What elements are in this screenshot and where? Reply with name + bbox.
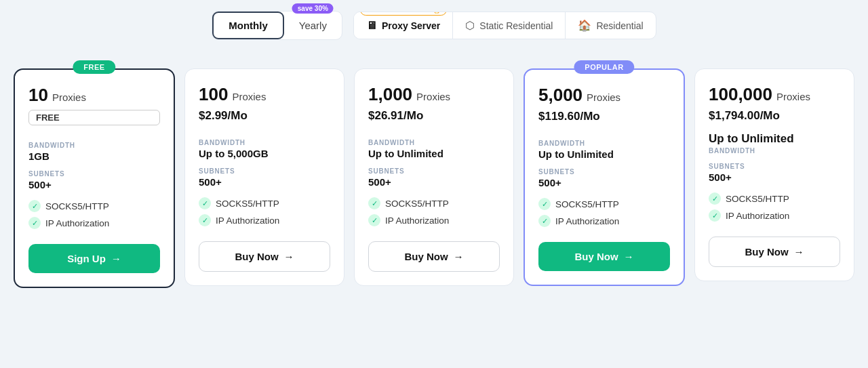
check-icon-ip-100000: ✓ (709, 209, 721, 222)
proxy-number: 10 (28, 85, 48, 106)
feature-ip-label-100: IP Authorization (216, 216, 279, 226)
bandwidth-value-100: Up to 5,000GB (199, 148, 330, 159)
feature-ip-label-1000: IP Authorization (385, 216, 449, 226)
subnets-value-1000: 500+ (368, 176, 500, 188)
proxy-label-100: Proxies (232, 91, 266, 102)
bandwidth-label-1000: BANDWIDTH (368, 139, 500, 146)
buynow-button-100000[interactable]: Buy Now → (709, 237, 840, 267)
bandwidth-sub-label: BANDWIDTH (709, 147, 840, 155)
bandwidth-label: BANDWIDTH (28, 142, 160, 149)
free-badge: FREE (73, 60, 115, 74)
proxy-count-row: 10 Proxies (28, 85, 160, 106)
bandwidth-label-5000: BANDWIDTH (538, 140, 670, 147)
feature-list: ✓ SOCKS5/HTTP ✓ IP Authorization (28, 200, 160, 229)
tab-bar: Monthly save 30% Yearly Best for SEO Pro… (212, 11, 656, 40)
card-100: 100 Proxies $2.99/Mo BANDWIDTH Up to 5,0… (184, 68, 344, 286)
feature-ip-label: IP Authorization (45, 218, 109, 228)
proxy-number-100000: 100,000 (709, 84, 772, 105)
check-icon-socks5: ✓ (28, 200, 41, 212)
buynow-arrow-5000: → (624, 251, 634, 262)
price-5000: $119.60/Mo (538, 110, 670, 123)
period-tab-group: Monthly save 30% Yearly (212, 11, 342, 40)
check-icon-socks5-5000: ✓ (538, 198, 551, 210)
save-badge: save 30% (292, 3, 334, 14)
proxy-count-row-100: 100 Proxies (199, 84, 330, 105)
buynow-arrow-100000: → (794, 246, 804, 258)
feature-list-1000: ✓ SOCKS5/HTTP ✓ IP Authorization (368, 197, 500, 226)
feature-socks5-label: SOCKS5/HTTP (45, 201, 109, 211)
price-free: FREE (28, 110, 160, 125)
buynow-button-5000[interactable]: Buy Now → (538, 242, 670, 271)
static-residential-label: Static Residential (479, 20, 553, 31)
tab-monthly[interactable]: Monthly (212, 12, 284, 39)
pricing-cards: FREE 10 Proxies FREE BANDWIDTH 1GB SUBNE… (14, 59, 854, 288)
subnets-value-100000: 500+ (709, 171, 840, 183)
proxy-count-row-1000: 1,000 Proxies (368, 84, 500, 105)
popular-badge: POPULAR (574, 60, 634, 74)
tab-static-residential[interactable]: ⬡ Static Residential (453, 12, 566, 39)
price-100: $2.99/Mo (199, 109, 330, 123)
feature-list-100: ✓ SOCKS5/HTTP ✓ IP Authorization (199, 197, 330, 226)
buynow-label-1000: Buy Now (404, 251, 448, 262)
subnets-value: 500+ (28, 179, 160, 190)
proxy-number-1000: 1,000 (368, 84, 412, 105)
feature-socks5-label-100000: SOCKS5/HTTP (726, 194, 789, 204)
feature-socks5-100000: ✓ SOCKS5/HTTP (709, 192, 840, 205)
check-icon-ip-1000: ✓ (368, 214, 380, 226)
card-5000: POPULAR 5,000 Proxies $119.60/Mo BANDWID… (524, 68, 685, 286)
residential-icon: 🏠 (578, 19, 591, 32)
signup-arrow: → (111, 253, 121, 264)
bandwidth-label-100: BANDWIDTH (199, 139, 330, 146)
feature-ip-5000: ✓ IP Authorization (538, 215, 670, 227)
buynow-arrow-1000: → (454, 251, 464, 262)
proxy-label: Proxies (52, 91, 86, 103)
feature-socks5-label-100: SOCKS5/HTTP (216, 199, 279, 209)
feature-socks5-label-1000: SOCKS5/HTTP (385, 199, 449, 209)
subnets-label-100000: SUBNETS (709, 163, 840, 170)
tab-residential[interactable]: 🏠 Residential (566, 12, 655, 39)
proxy-number-100: 100 (199, 84, 228, 105)
feature-ip-100: ✓ IP Authorization (199, 214, 330, 226)
feature-ip-auth: ✓ IP Authorization (28, 217, 160, 229)
buynow-arrow-100: → (284, 251, 294, 262)
feature-ip-1000: ✓ IP Authorization (368, 214, 500, 226)
proxy-label-100000: Proxies (776, 91, 810, 102)
tab-proxy-server[interactable]: Best for SEO Proxies 🔥 🖥 Proxy Server (354, 12, 453, 39)
check-icon-ip: ✓ (28, 217, 41, 229)
buynow-label-5000: Buy Now (574, 251, 618, 262)
signup-button[interactable]: Sign Up → (28, 244, 160, 273)
feature-list-100000: ✓ SOCKS5/HTTP ✓ IP Authorization (709, 192, 840, 222)
feature-ip-100000: ✓ IP Authorization (709, 209, 840, 222)
check-icon-socks5-100000: ✓ (709, 192, 721, 205)
proxy-server-icon: 🖥 (366, 20, 377, 32)
card-free: FREE 10 Proxies FREE BANDWIDTH 1GB SUBNE… (14, 68, 175, 288)
proxy-label-1000: Proxies (416, 91, 450, 102)
price-1000: $26.91/Mo (368, 109, 500, 123)
buynow-button-1000[interactable]: Buy Now → (368, 241, 500, 272)
buynow-label-100000: Buy Now (745, 246, 788, 258)
bandwidth-top-value: Up to Unlimited (709, 132, 840, 146)
static-residential-icon: ⬡ (465, 19, 475, 32)
subnets-value-100: 500+ (199, 176, 330, 188)
feature-socks5-5000: ✓ SOCKS5/HTTP (538, 198, 670, 210)
residential-label: Residential (596, 20, 643, 31)
tab-yearly[interactable]: save 30% Yearly (284, 12, 342, 39)
bandwidth-value-5000: Up to Unlimited (538, 148, 670, 160)
bandwidth-value: 1GB (28, 150, 160, 162)
feature-socks5-100: ✓ SOCKS5/HTTP (199, 197, 330, 209)
feature-list-5000: ✓ SOCKS5/HTTP ✓ IP Authorization (538, 198, 670, 227)
feature-ip-label-5000: IP Authorization (555, 216, 619, 226)
proxy-server-label: Proxy Server (382, 20, 440, 31)
card-1000: 1,000 Proxies $26.91/Mo BANDWIDTH Up to … (354, 68, 514, 286)
proxy-count-row-5000: 5,000 Proxies (538, 85, 670, 106)
best-seo-badge: Best for SEO Proxies 🔥 (359, 12, 446, 16)
card-100000: 100,000 Proxies $1,794.00/Mo Up to Unlim… (694, 68, 854, 281)
check-icon-socks5-100: ✓ (199, 197, 211, 209)
type-tab-group: Best for SEO Proxies 🔥 🖥 Proxy Server ⬡ … (353, 12, 656, 39)
proxy-count-row-100000: 100,000 Proxies (709, 84, 840, 105)
feature-ip-label-100000: IP Authorization (726, 211, 789, 221)
feature-socks5-label-5000: SOCKS5/HTTP (555, 199, 619, 209)
subnets-label-100: SUBNETS (199, 167, 330, 175)
check-icon-ip-5000: ✓ (538, 215, 551, 227)
buynow-button-100[interactable]: Buy Now → (199, 241, 330, 272)
